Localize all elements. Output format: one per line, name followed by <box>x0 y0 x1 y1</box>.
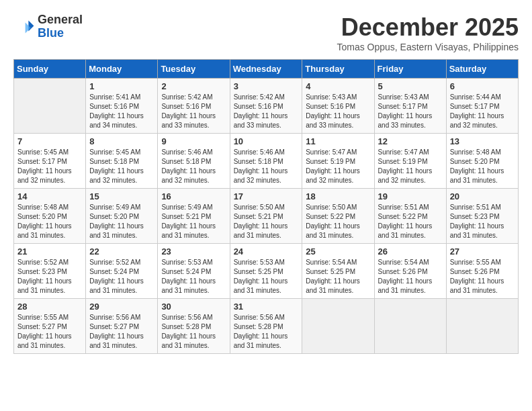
calendar-cell: 21 Sunrise: 5:52 AMSunset: 5:23 PMDaylig… <box>14 244 86 299</box>
calendar-cell: 30 Sunrise: 5:56 AMSunset: 5:28 PMDaylig… <box>158 299 230 354</box>
header-day-monday: Monday <box>86 60 158 79</box>
day-number: 26 <box>378 246 443 257</box>
calendar-cell: 3 Sunrise: 5:42 AMSunset: 5:16 PMDayligh… <box>230 79 302 134</box>
day-number: 11 <box>306 136 370 146</box>
calendar-cell: 24 Sunrise: 5:53 AMSunset: 5:25 PMDaylig… <box>230 244 302 299</box>
day-number: 20 <box>450 191 515 201</box>
day-number: 28 <box>17 302 82 312</box>
day-detail: Sunrise: 5:56 AMSunset: 5:28 PMDaylight:… <box>234 313 299 351</box>
day-detail: Sunrise: 5:46 AMSunset: 5:18 PMDaylight:… <box>161 148 226 185</box>
day-number: 21 <box>17 246 82 257</box>
day-number: 31 <box>234 302 299 312</box>
header-day-sunday: Sunday <box>14 60 86 79</box>
calendar-week-row: 21 Sunrise: 5:52 AMSunset: 5:23 PMDaylig… <box>14 244 519 299</box>
calendar-week-row: 14 Sunrise: 5:48 AMSunset: 5:20 PMDaylig… <box>14 189 519 244</box>
header-day-saturday: Saturday <box>446 60 518 79</box>
day-detail: Sunrise: 5:54 AMSunset: 5:26 PMDaylight:… <box>378 258 443 295</box>
logo-text: General Blue <box>38 13 83 40</box>
calendar-cell: 22 Sunrise: 5:52 AMSunset: 5:24 PMDaylig… <box>86 244 158 299</box>
day-number: 19 <box>378 191 443 201</box>
calendar-cell: 20 Sunrise: 5:51 AMSunset: 5:23 PMDaylig… <box>446 189 518 244</box>
location-subtitle: Tomas Oppus, Eastern Visayas, Philippine… <box>337 42 519 52</box>
svg-marker-0 <box>28 20 34 31</box>
header-day-friday: Friday <box>374 60 446 79</box>
calendar-cell: 28 Sunrise: 5:55 AMSunset: 5:27 PMDaylig… <box>14 299 86 354</box>
calendar-cell: 2 Sunrise: 5:42 AMSunset: 5:16 PMDayligh… <box>158 79 230 134</box>
calendar-cell: 17 Sunrise: 5:50 AMSunset: 5:21 PMDaylig… <box>230 189 302 244</box>
day-number: 14 <box>17 191 82 201</box>
calendar-week-row: 7 Sunrise: 5:45 AMSunset: 5:17 PMDayligh… <box>14 134 519 189</box>
day-number: 3 <box>234 81 299 91</box>
day-detail: Sunrise: 5:53 AMSunset: 5:24 PMDaylight:… <box>161 258 226 295</box>
calendar-cell <box>374 299 446 354</box>
day-number: 1 <box>89 81 154 91</box>
day-detail: Sunrise: 5:44 AMSunset: 5:17 PMDaylight:… <box>450 93 515 130</box>
day-detail: Sunrise: 5:42 AMSunset: 5:16 PMDaylight:… <box>234 93 299 130</box>
calendar-cell: 25 Sunrise: 5:54 AMSunset: 5:25 PMDaylig… <box>302 244 374 299</box>
calendar-cell: 29 Sunrise: 5:56 AMSunset: 5:27 PMDaylig… <box>86 299 158 354</box>
day-number: 7 <box>17 136 82 146</box>
calendar-cell: 18 Sunrise: 5:50 AMSunset: 5:22 PMDaylig… <box>302 189 374 244</box>
calendar-table: SundayMondayTuesdayWednesdayThursdayFrid… <box>13 59 519 354</box>
calendar-cell: 13 Sunrise: 5:48 AMSunset: 5:20 PMDaylig… <box>446 134 518 189</box>
calendar-cell: 19 Sunrise: 5:51 AMSunset: 5:22 PMDaylig… <box>374 189 446 244</box>
title-block: December 2025 Tomas Oppus, Eastern Visay… <box>337 13 519 52</box>
day-detail: Sunrise: 5:46 AMSunset: 5:18 PMDaylight:… <box>234 148 299 185</box>
day-detail: Sunrise: 5:43 AMSunset: 5:16 PMDaylight:… <box>306 93 370 130</box>
day-detail: Sunrise: 5:54 AMSunset: 5:25 PMDaylight:… <box>306 258 370 295</box>
calendar-cell: 15 Sunrise: 5:49 AMSunset: 5:20 PMDaylig… <box>86 189 158 244</box>
day-detail: Sunrise: 5:52 AMSunset: 5:23 PMDaylight:… <box>17 258 82 295</box>
day-detail: Sunrise: 5:56 AMSunset: 5:28 PMDaylight:… <box>161 313 226 351</box>
header-day-wednesday: Wednesday <box>230 60 302 79</box>
header-day-tuesday: Tuesday <box>158 60 230 79</box>
day-number: 12 <box>378 136 443 146</box>
day-detail: Sunrise: 5:47 AMSunset: 5:19 PMDaylight:… <box>378 148 443 185</box>
calendar-cell: 14 Sunrise: 5:48 AMSunset: 5:20 PMDaylig… <box>14 189 86 244</box>
day-detail: Sunrise: 5:49 AMSunset: 5:20 PMDaylight:… <box>89 203 154 240</box>
day-detail: Sunrise: 5:56 AMSunset: 5:27 PMDaylight:… <box>89 313 154 351</box>
day-number: 18 <box>306 191 370 201</box>
logo-icon <box>13 16 35 38</box>
calendar-cell: 7 Sunrise: 5:45 AMSunset: 5:17 PMDayligh… <box>14 134 86 189</box>
day-detail: Sunrise: 5:49 AMSunset: 5:21 PMDaylight:… <box>161 203 226 240</box>
day-number: 5 <box>378 81 443 91</box>
calendar-cell: 27 Sunrise: 5:55 AMSunset: 5:26 PMDaylig… <box>446 244 518 299</box>
day-number: 4 <box>306 81 370 91</box>
calendar-cell: 10 Sunrise: 5:46 AMSunset: 5:18 PMDaylig… <box>230 134 302 189</box>
day-detail: Sunrise: 5:50 AMSunset: 5:21 PMDaylight:… <box>234 203 299 240</box>
calendar-cell <box>14 79 86 134</box>
day-number: 8 <box>89 136 154 146</box>
day-detail: Sunrise: 5:45 AMSunset: 5:18 PMDaylight:… <box>89 148 154 185</box>
day-number: 13 <box>450 136 515 146</box>
day-number: 2 <box>161 81 226 91</box>
day-detail: Sunrise: 5:41 AMSunset: 5:16 PMDaylight:… <box>89 93 154 130</box>
day-detail: Sunrise: 5:42 AMSunset: 5:16 PMDaylight:… <box>161 93 226 130</box>
day-number: 15 <box>89 191 154 201</box>
day-detail: Sunrise: 5:51 AMSunset: 5:22 PMDaylight:… <box>378 203 443 240</box>
calendar-cell: 8 Sunrise: 5:45 AMSunset: 5:18 PMDayligh… <box>86 134 158 189</box>
day-detail: Sunrise: 5:48 AMSunset: 5:20 PMDaylight:… <box>17 203 82 240</box>
calendar-cell: 16 Sunrise: 5:49 AMSunset: 5:21 PMDaylig… <box>158 189 230 244</box>
day-detail: Sunrise: 5:55 AMSunset: 5:27 PMDaylight:… <box>17 313 82 351</box>
day-number: 22 <box>89 246 154 257</box>
calendar-cell: 1 Sunrise: 5:41 AMSunset: 5:16 PMDayligh… <box>86 79 158 134</box>
calendar-cell: 23 Sunrise: 5:53 AMSunset: 5:24 PMDaylig… <box>158 244 230 299</box>
calendar-header-row: SundayMondayTuesdayWednesdayThursdayFrid… <box>14 60 519 79</box>
calendar-cell: 11 Sunrise: 5:47 AMSunset: 5:19 PMDaylig… <box>302 134 374 189</box>
day-number: 9 <box>161 136 226 146</box>
day-detail: Sunrise: 5:48 AMSunset: 5:20 PMDaylight:… <box>450 148 515 185</box>
day-number: 29 <box>89 302 154 312</box>
header-day-thursday: Thursday <box>302 60 374 79</box>
calendar-cell <box>302 299 374 354</box>
day-number: 27 <box>450 246 515 257</box>
calendar-cell: 26 Sunrise: 5:54 AMSunset: 5:26 PMDaylig… <box>374 244 446 299</box>
calendar-cell <box>446 299 518 354</box>
day-detail: Sunrise: 5:47 AMSunset: 5:19 PMDaylight:… <box>306 148 370 185</box>
day-number: 16 <box>161 191 226 201</box>
day-detail: Sunrise: 5:45 AMSunset: 5:17 PMDaylight:… <box>17 148 82 185</box>
day-detail: Sunrise: 5:50 AMSunset: 5:22 PMDaylight:… <box>306 203 370 240</box>
calendar-cell: 9 Sunrise: 5:46 AMSunset: 5:18 PMDayligh… <box>158 134 230 189</box>
day-detail: Sunrise: 5:43 AMSunset: 5:17 PMDaylight:… <box>378 93 443 130</box>
calendar-cell: 6 Sunrise: 5:44 AMSunset: 5:17 PMDayligh… <box>446 79 518 134</box>
day-detail: Sunrise: 5:51 AMSunset: 5:23 PMDaylight:… <box>450 203 515 240</box>
